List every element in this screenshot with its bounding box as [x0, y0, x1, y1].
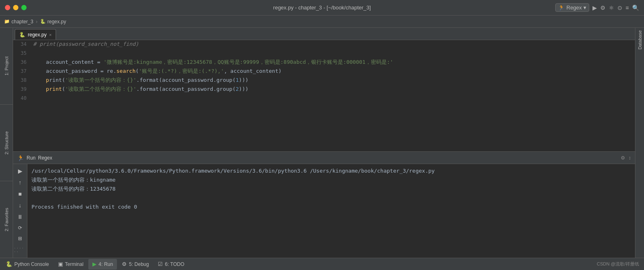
run-panel: 🏃 Run Regex ⚙ ↕ ▶ ↑ ■ ↓ ⏸ ⟳ ⊞ · ·: [13, 151, 635, 258]
run-tab-icon: ▶: [92, 261, 96, 267]
run-config-icon: 🏃: [558, 4, 565, 11]
run-dotted-button: · · · · · ·: [13, 245, 27, 255]
toolbar-right: 🏃 Regex ▾ ▶ ⚙ ⚛ ⊙ ≡ 🔍: [555, 3, 639, 12]
code-line-40: 40: [13, 94, 635, 103]
python-console-label: Python Console: [14, 261, 49, 267]
editor-tab-regex[interactable]: 🐍 regex.py ×: [15, 29, 56, 40]
line-number-36: 36: [13, 58, 31, 67]
favorites-sidebar-label: 2: Favorites: [4, 208, 9, 231]
project-sidebar-tab[interactable]: 1: Project: [0, 28, 13, 105]
todo-tab-icon: ☑: [158, 261, 163, 267]
close-button[interactable]: [5, 5, 10, 10]
line-content-37: account_password = re.search('账号是:(.*?)，…: [31, 67, 635, 76]
run-play-button[interactable]: ▶: [17, 166, 24, 176]
tab-close-button[interactable]: ×: [49, 32, 52, 37]
profile-button[interactable]: ⊙: [617, 4, 622, 11]
center-area: 🐍 regex.py × 34 # print(password_search_…: [13, 28, 635, 258]
code-line-37: 37 account_password = re.search('账号是:(.*…: [13, 67, 635, 76]
run-body: ▶ ↑ ■ ↓ ⏸ ⟳ ⊞ · · · · · · ▦ · · · · · · …: [13, 164, 635, 258]
run-down-button[interactable]: ↓: [18, 201, 23, 210]
chevron-down-icon: ▾: [583, 4, 586, 11]
line-content-38: print('读取第一个括号的内容：{}'.format(account_pas…: [31, 76, 635, 85]
run-output: /usr/local/Cellar/python3/3.6.0/Framewor…: [27, 164, 635, 258]
bottom-tab-todo[interactable]: ☑ 6: TODO: [154, 259, 188, 270]
line-content-40: [31, 94, 635, 103]
run-up-button[interactable]: ↑: [18, 178, 23, 187]
run-stop-button[interactable]: ■: [17, 189, 23, 198]
bottom-tab-python-console[interactable]: 🐍 Python Console: [2, 259, 53, 270]
minimize-button[interactable]: [13, 5, 18, 10]
run-config-name: Regex: [38, 155, 52, 161]
python-console-icon: 🐍: [6, 261, 12, 267]
run-output-line-3: [31, 194, 631, 202]
run-copy-button[interactable]: ⊞: [17, 234, 23, 243]
debug-tab-icon: ⚙: [122, 261, 127, 267]
search-button[interactable]: 🔍: [632, 4, 639, 11]
line-number-34: 34: [13, 40, 31, 49]
terminal-label: Terminal: [65, 261, 83, 267]
run-config-button[interactable]: 🏃 Regex ▾: [555, 3, 589, 12]
line-content-39: print('读取第二个括号的内容：{}'.format(account_pas…: [31, 85, 635, 94]
folder-icon: 📁: [4, 19, 10, 24]
tab-file-icon: 🐍: [19, 32, 25, 38]
run-output-line-4: Process finished with exit code 0: [31, 202, 631, 212]
tab-label: regex.py: [28, 32, 47, 38]
run-config-label: Regex: [566, 4, 582, 11]
line-content-34: # print(password_search_not_find): [31, 40, 635, 49]
line-number-39: 39: [13, 85, 31, 94]
code-line-34: 34 # print(password_search_not_find): [13, 40, 635, 49]
run-header-controls: ⚙ ↕: [621, 155, 631, 161]
structure-sidebar-label: 2: Structure: [4, 131, 9, 155]
run-rerun-button[interactable]: ⟳: [17, 224, 23, 232]
breadcrumb-file[interactable]: 🐍 regex.py: [40, 19, 66, 25]
bottom-tab-debug[interactable]: ⚙ 5: Debug: [118, 259, 153, 270]
bottom-tab-terminal[interactable]: ▣ Terminal: [54, 259, 88, 270]
terminal-icon: ▣: [58, 261, 63, 267]
run-output-line-0: /usr/local/Cellar/python3/3.6.0/Framewor…: [31, 166, 631, 176]
line-number-40: 40: [13, 94, 31, 103]
breadcrumb-file-label: regex.py: [47, 19, 66, 25]
breadcrumb-bar: 📁 chapter_3 › 🐍 regex.py: [0, 16, 644, 28]
code-line-39: 39 print('读取第二个括号的内容：{}'.format(account_…: [13, 85, 635, 94]
line-number-38: 38: [13, 76, 31, 85]
run-header: 🏃 Run Regex ⚙ ↕: [13, 152, 635, 164]
run-output-line-1: 读取第一个括号的内容：kingname: [31, 176, 631, 184]
debug-button[interactable]: ⚙: [600, 4, 606, 11]
vcs-button[interactable]: ≡: [626, 4, 629, 11]
code-line-38: 38 print('读取第一个括号的内容：{}'.format(account_…: [13, 76, 635, 85]
maximize-button[interactable]: [21, 5, 27, 10]
run-tab-label: 4: Run: [99, 261, 113, 267]
run-output-line-2: 读取第二个括号的内容：12345678: [31, 184, 631, 194]
code-line-35: 35: [13, 49, 635, 58]
run-sidebar: ▶ ↑ ■ ↓ ⏸ ⟳ ⊞ · · · · · · ▦ · · · · · · …: [13, 164, 27, 258]
bottom-right-text: CSDN @流歌/祥册纸: [597, 261, 642, 267]
coverage-button[interactable]: ⚛: [609, 4, 614, 11]
project-sidebar-label: 1: Project: [4, 56, 9, 75]
breadcrumb-chapter[interactable]: 📁 chapter_3: [4, 19, 33, 25]
run-button[interactable]: ▶: [592, 4, 597, 11]
window-title: regex.py - chapter_3 - [~/book/chapter_3…: [273, 4, 371, 11]
pin-icon[interactable]: ↕: [628, 155, 631, 161]
bottom-bar: 🐍 Python Console ▣ Terminal ▶ 4: Run ⚙ 5…: [0, 258, 644, 270]
line-number-35: 35: [13, 49, 31, 58]
code-line-36: 36 account_content = '微博账号是:kingname，密码是…: [13, 58, 635, 67]
run-pause-button[interactable]: ⏸: [16, 212, 24, 221]
favorites-sidebar-tab[interactable]: 2: Favorites: [0, 181, 13, 258]
line-content-35: [31, 49, 635, 58]
line-content-36: account_content = '微博账号是:kingname，密码是:12…: [31, 58, 635, 67]
run-grid-button[interactable]: ▦: [17, 257, 24, 258]
bottom-tab-run[interactable]: ▶ 4: Run: [88, 259, 117, 270]
structure-sidebar-tab[interactable]: 2: Structure: [0, 105, 13, 182]
database-sidebar-label: Database: [637, 30, 642, 50]
debug-tab-label: 5: Debug: [129, 261, 149, 267]
run-icon: 🏃: [17, 155, 24, 161]
code-editor[interactable]: 34 # print(password_search_not_find) 35 …: [13, 40, 635, 151]
file-icon: 🐍: [40, 19, 46, 24]
window-controls[interactable]: [5, 5, 27, 10]
line-number-37: 37: [13, 67, 31, 76]
title-bar: regex.py - chapter_3 - [~/book/chapter_3…: [0, 0, 644, 16]
database-sidebar[interactable]: Database: [635, 28, 644, 258]
settings-icon[interactable]: ⚙: [621, 155, 625, 161]
breadcrumb-chapter-label: chapter_3: [11, 19, 33, 25]
run-title: Run: [27, 155, 36, 161]
